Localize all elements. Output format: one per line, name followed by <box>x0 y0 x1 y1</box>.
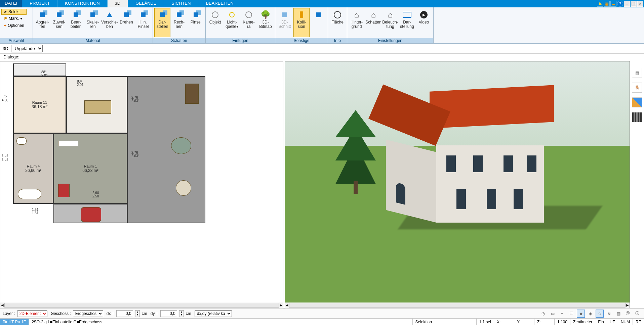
dx-unit: cm <box>142 311 147 316</box>
abgreifen-button[interactable]: Abgrei- fen <box>34 8 50 37</box>
skalieren-button[interactable]: Skalie- ren <box>85 8 101 37</box>
darstellung-icon <box>402 10 412 20</box>
dy-spinner[interactable]: ▲▼ <box>179 310 184 317</box>
darstellen-icon <box>157 10 167 20</box>
status-sel: 1:1 sel <box>477 319 494 325</box>
beleuchtung-button[interactable]: ⌂ Beleuch- tung <box>382 8 398 37</box>
kollision-button[interactable]: Kolli- sion <box>293 8 310 37</box>
dx-spinner[interactable]: ▲▼ <box>135 310 140 317</box>
ribbon-group-sonstige: 3D- Schnitt Kolli- sion Sonstige <box>275 7 328 43</box>
plan-room-dining[interactable]: Raum 3 45,42 m² <box>66 76 127 133</box>
verschieben-button[interactable]: Verschie- ben <box>102 8 118 37</box>
geschoss-label: Geschoss : <box>51 311 71 316</box>
group-caption-auswahl: Auswahl <box>0 38 33 43</box>
status-y: Y: <box>514 319 534 325</box>
drehen-button[interactable]: Drehen <box>118 8 134 37</box>
room-name: Raum 11 <box>32 100 47 104</box>
menu-tab-projekt[interactable]: PROJEKT <box>22 0 57 7</box>
stack-icon[interactable]: ≣ <box>610 1 616 7</box>
menu-tab-3d[interactable]: 3D <box>108 0 128 7</box>
plan-room-11[interactable]: Raum 11 36,18 m² <box>13 76 66 133</box>
workarea: Raum 11 36,18 m² Raum 3 45,42 m² R <box>0 61 644 308</box>
hscroll-2d[interactable]: ◄► <box>0 303 283 308</box>
status-uf: UF <box>607 319 618 325</box>
schnitt-button[interactable]: 3D- Schnitt <box>277 8 293 37</box>
window-minimize[interactable]: – <box>624 1 630 7</box>
chair-icon[interactable]: 🪑 <box>632 83 642 93</box>
ribbon-group-schatten: Dar- stellen Rech- nen Pinsel Schatten <box>153 7 206 43</box>
camera-icon[interactable]: ✶ <box>558 310 566 318</box>
grid-icon[interactable]: ▦ <box>614 310 622 318</box>
help-icon[interactable]: ? <box>617 1 623 7</box>
info-small-icon[interactable]: ⓘ <box>633 310 641 318</box>
darstellen-button[interactable]: Dar- stellen <box>154 8 170 37</box>
mark-button[interactable]: ⚑ Mark. ▾ <box>1 15 27 21</box>
palette-icon[interactable] <box>632 97 642 107</box>
level-select[interactable]: Urgelände <box>11 45 43 52</box>
plan-driveway[interactable] <box>53 204 127 223</box>
snap-b-icon[interactable]: ◈ <box>586 310 594 318</box>
viewport-2d[interactable]: Raum 11 36,18 m² Raum 3 45,42 m² R <box>0 61 283 303</box>
snap-a-icon[interactable]: ◆ <box>577 310 585 318</box>
copy-icon[interactable]: ❐ <box>567 310 575 318</box>
zuweisen-icon <box>54 10 64 20</box>
dx-input[interactable] <box>116 310 133 317</box>
texture-icon[interactable] <box>632 112 642 122</box>
layers-icon[interactable]: ▤ <box>632 68 642 78</box>
darstellen-label: Dar- stellen <box>157 20 168 29</box>
north-icon[interactable]: Ⓝ <box>624 310 632 318</box>
shelf-icon <box>58 141 78 146</box>
bathtub-icon <box>18 189 41 199</box>
lichtquelle-icon <box>227 10 237 20</box>
zuweisen-button[interactable]: Zuwei- sen <box>51 8 67 37</box>
rechnen-button[interactable]: Rech- nen <box>171 8 187 37</box>
skalieren-label: Skalie- ren <box>87 20 99 29</box>
bitmap-icon: 🌳 <box>260 10 271 20</box>
window-restore[interactable]: ❐ <box>631 1 637 7</box>
menu-file[interactable]: DATEI <box>0 0 22 7</box>
viewport-3d[interactable] <box>285 61 630 303</box>
darstellung-button[interactable]: Dar- stellung <box>399 8 415 37</box>
snap-d-icon[interactable]: ≋ <box>605 310 613 318</box>
coord-mode-select[interactable]: dx,dy (relativ ka <box>195 310 232 317</box>
pinsel-button[interactable]: Pinsel <box>188 8 204 37</box>
menu-tab-gelaende[interactable]: GELÄNDE <box>128 0 164 7</box>
monitor-icon[interactable]: ▭ <box>549 310 557 318</box>
hscroll-3d[interactable]: ◄► <box>285 303 630 308</box>
schatten2-icon: ⌂ <box>368 10 378 20</box>
titlebar-icons: ✖ ▦ ≣ ? – ❐ × <box>597 0 644 7</box>
dim-label: 1.51 <box>2 157 8 161</box>
hinpinsel-icon <box>138 10 148 20</box>
dy-input[interactable] <box>160 310 177 317</box>
menu-tab-sichten[interactable]: SICHTEN <box>164 0 198 7</box>
snap-c-icon[interactable]: ◇ <box>596 310 604 318</box>
layer-select[interactable]: 2D-Element <box>17 310 47 317</box>
objekt-button[interactable]: Objekt <box>207 8 223 37</box>
group-caption-einstellungen: Einstellungen <box>347 38 433 43</box>
tool-icon[interactable]: ✖ <box>597 1 603 7</box>
kamera-button[interactable]: Kame- ra <box>241 8 257 37</box>
hinpinsel-button[interactable]: Hin. Pinsel <box>135 8 151 37</box>
hintergrund-button[interactable]: ⌂ Hinter- grund <box>349 8 365 37</box>
messen-button[interactable] <box>310 8 326 37</box>
clock-icon[interactable]: ◷ <box>539 310 547 318</box>
bitmap-button[interactable]: 🌳 3D- Bitmap <box>257 8 274 37</box>
bitmap-label: 3D- Bitmap <box>259 20 272 29</box>
bearbeiten-icon <box>71 10 81 20</box>
flaeche-button[interactable]: Fläche <box>329 8 346 37</box>
plan-room-4[interactable]: Raum 4 26,60 m² <box>13 133 53 204</box>
schatten2-button[interactable]: ⌂ Schatten <box>365 8 381 37</box>
select-button[interactable]: ➤ Selekt <box>1 9 27 15</box>
options-button[interactable]: + Optionen <box>1 22 27 29</box>
geschoss-select[interactable]: Erdgeschos <box>73 310 103 317</box>
bearbeiten-button[interactable]: Bear- beiten <box>68 8 84 37</box>
plan-patio[interactable] <box>127 76 205 223</box>
menu-tab-konstruktion[interactable]: KONSTRUKTION <box>57 0 107 7</box>
plan-room-1[interactable]: Raum 1 66,23 m² <box>53 133 127 204</box>
video-icon: ▶ <box>419 10 429 20</box>
menu-tab-bearbeiten[interactable]: BEARBEITEN <box>198 0 241 7</box>
box-icon[interactable]: ▦ <box>604 1 610 7</box>
window-close[interactable]: × <box>637 1 643 7</box>
lichtquelle-button[interactable]: Licht- quelle▾ <box>224 8 240 37</box>
video-button[interactable]: ▶ Video <box>416 8 432 37</box>
